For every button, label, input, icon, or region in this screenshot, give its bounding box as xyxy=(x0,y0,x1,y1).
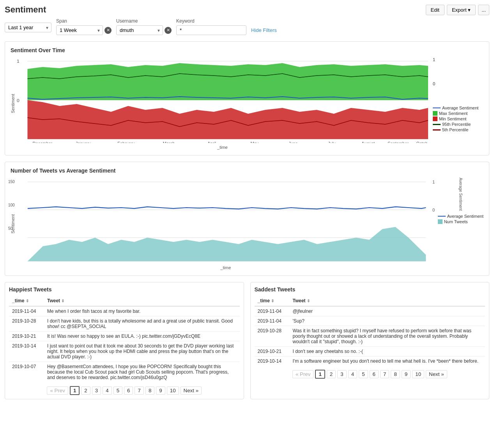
username-select[interactable]: dmuth xyxy=(116,25,163,35)
svg-text:July: July xyxy=(328,141,336,143)
chart1-y-max: 1 xyxy=(433,57,483,62)
chart1-y-label: Sentiment xyxy=(11,94,15,113)
tweet-text: Was it in fact something stupid? I mysel… xyxy=(290,326,485,347)
table-row: 2019-11-04'Sup? xyxy=(255,316,485,326)
date-select[interactable]: Last 1 year Last 6 months Last 3 months … xyxy=(5,23,51,32)
svg-text:0: 0 xyxy=(432,208,435,212)
legend-95th: 95th Percentile xyxy=(433,122,483,127)
happiest-page-6[interactable]: 6 xyxy=(124,386,133,395)
username-filter-control: dmuth ▼ ✕ xyxy=(116,25,172,35)
chart1-svg: 1 0 December 2018 xyxy=(17,57,428,143)
page-title: Sentiment xyxy=(5,5,46,15)
legend-95th-color xyxy=(433,124,441,125)
tweet-time: 2019-10-21 xyxy=(255,347,290,356)
tweets-vs-sentiment-panel: Number of Tweets vs Average Sentiment Se… xyxy=(5,162,489,276)
username-filter-group: Username dmuth ▼ ✕ xyxy=(116,18,172,35)
saddest-page-10[interactable]: 10 xyxy=(412,370,424,378)
chart2-y-100: 100 xyxy=(8,203,15,207)
export-button[interactable]: Export ▾ xyxy=(447,5,476,15)
username-clear-button[interactable]: ✕ xyxy=(165,27,172,34)
tweet-time: 2019-10-14 xyxy=(255,356,290,366)
saddest-page-7[interactable]: 7 xyxy=(380,370,389,378)
table-row: 2019-10-07Hey @BasementCon attendees, I … xyxy=(9,362,240,383)
svg-text:March: March xyxy=(163,141,175,143)
saddest-tweet-header[interactable]: Tweet ⇕ xyxy=(290,296,485,306)
chart2-y-150: 150 xyxy=(8,180,15,184)
svg-text:April: April xyxy=(207,141,216,143)
saddest-page-4[interactable]: 4 xyxy=(348,370,357,378)
span-clear-button[interactable]: ✕ xyxy=(104,27,112,34)
saddest-page-3[interactable]: 3 xyxy=(337,370,346,378)
happiest-title: Happiest Tweets xyxy=(9,286,240,293)
saddest-page-5[interactable]: 5 xyxy=(359,370,368,378)
table-row: 2019-10-14I'm a software engineer but yo… xyxy=(255,356,485,366)
saddest-page-1[interactable]: 1 xyxy=(315,370,325,379)
keyword-input[interactable] xyxy=(176,25,246,35)
date-filter-control: Last 1 year Last 6 months Last 3 months … xyxy=(5,23,51,32)
saddest-prev-btn[interactable]: « Prev xyxy=(292,370,314,378)
svg-text:December: December xyxy=(33,141,53,143)
date-select-wrapper: Last 1 year Last 6 months Last 3 months … xyxy=(5,23,51,32)
tweet-time: 2019-11-04 xyxy=(255,306,290,316)
svg-text:January: January xyxy=(76,141,91,143)
tweet-time: 2019-10-28 xyxy=(255,326,290,347)
legend-max-label: Max Sentiment xyxy=(439,111,467,116)
chart1-title: Sentiment Over Time xyxy=(11,47,483,53)
edit-button[interactable]: Edit xyxy=(426,5,444,15)
chart1-x-label: _time xyxy=(17,145,428,150)
legend-avg-label: Average Sentiment xyxy=(442,106,478,110)
saddest-next-btn[interactable]: Next » xyxy=(426,370,447,378)
saddest-page-6[interactable]: 6 xyxy=(370,370,379,378)
svg-text:1: 1 xyxy=(17,59,19,63)
legend-avg-color xyxy=(433,108,441,108)
happiest-time-header[interactable]: _time ⇕ xyxy=(9,296,44,306)
happiest-page-5[interactable]: 5 xyxy=(113,386,122,395)
tweet-text: I just want to point out that it took me… xyxy=(44,341,240,362)
saddest-page-2[interactable]: 2 xyxy=(327,370,336,378)
svg-marker-24 xyxy=(28,227,426,261)
svg-text:August: August xyxy=(361,141,375,143)
happiest-next-btn[interactable]: Next » xyxy=(181,386,202,395)
saddest-time-header[interactable]: _time ⇕ xyxy=(255,296,290,306)
tweet-time: 2019-10-14 xyxy=(9,341,44,362)
tweet-text: I'm a software engineer but you don't ne… xyxy=(290,356,485,366)
date-filter-group: Last 1 year Last 6 months Last 3 months … xyxy=(5,21,51,32)
svg-text:October: October xyxy=(416,141,428,143)
happiest-page-10[interactable]: 10 xyxy=(167,386,179,395)
happiest-page-2[interactable]: 2 xyxy=(81,386,90,395)
tables-row: Happiest Tweets _time ⇕ Tweet ⇕ 2019-11-… xyxy=(5,282,489,399)
chart2-container: Sentiment 150 100 50 December 2018 Janua… xyxy=(11,178,483,270)
keyword-filter-group: Keyword Hide Filters xyxy=(176,18,277,35)
svg-text:September: September xyxy=(388,141,409,143)
legend-avg-sentiment: Average Sentiment xyxy=(433,106,483,110)
happiest-page-4[interactable]: 4 xyxy=(103,386,112,395)
legend-max-color xyxy=(433,111,437,116)
saddest-page-8[interactable]: 8 xyxy=(391,370,400,378)
happiest-page-3[interactable]: 3 xyxy=(92,386,101,395)
table-row: 2019-10-21I don't see any cheetahs so no… xyxy=(255,347,485,356)
happiest-page-9[interactable]: 9 xyxy=(156,386,165,395)
tweet-time: 2019-10-07 xyxy=(9,362,44,383)
happiest-page-8[interactable]: 8 xyxy=(145,386,154,395)
chart2-x-label: _time xyxy=(17,265,435,270)
saddest-page-9[interactable]: 9 xyxy=(402,370,411,378)
svg-marker-6 xyxy=(27,100,428,139)
sort-icon: ⇕ xyxy=(61,299,64,303)
span-select[interactable]: 1 Week 1 Day 1 Month xyxy=(56,25,103,35)
legend-5th: 5th Percentile xyxy=(433,127,483,132)
svg-text:1: 1 xyxy=(432,180,435,184)
happiest-prev-btn[interactable]: « Prev xyxy=(47,386,68,395)
chart2-right: Average Sentiment Average Sentiment Num … xyxy=(438,178,483,225)
sentiment-over-time-panel: Sentiment Over Time Sentiment 1 0 xyxy=(5,41,489,155)
table-row: 2019-11-04Me when I order fish tacos at … xyxy=(9,306,240,316)
tweet-text: I don't see any cheetahs so no. :-( xyxy=(290,347,485,356)
sort-icon: ⇕ xyxy=(26,299,29,303)
span-filter-group: Span 1 Week 1 Day 1 Month ▼ ✕ xyxy=(56,18,112,35)
keyword-filter-label: Keyword xyxy=(176,18,277,24)
more-button[interactable]: ... xyxy=(478,5,489,15)
happiest-page-1[interactable]: 1 xyxy=(70,386,80,395)
happiest-page-7[interactable]: 7 xyxy=(135,386,143,395)
happiest-tweet-header[interactable]: Tweet ⇕ xyxy=(44,296,240,306)
table-row: 2019-10-21It is! Was never so happy to s… xyxy=(9,332,240,341)
hide-filters-link[interactable]: Hide Filters xyxy=(251,27,277,33)
